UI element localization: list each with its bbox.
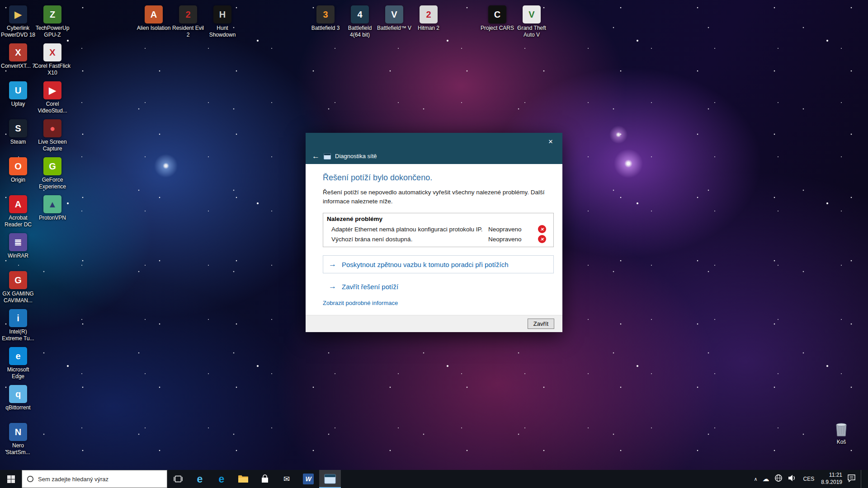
desktop-icon-resident-evil-2[interactable]: 2Resident Evil 2 (170, 5, 206, 38)
start-button[interactable] (0, 470, 22, 488)
volume-icon[interactable] (788, 474, 797, 484)
problem-status: Neopraveno (488, 226, 533, 233)
desktop-icon-qbittorrent[interactable]: qqBittorrent (0, 385, 36, 411)
taskbar-search-input[interactable]: Sem zadejte hledaný výraz (22, 470, 167, 488)
desktop-icon-gpuz[interactable]: ZTechPowerUp GPU-Z (34, 5, 71, 38)
window-icon (324, 153, 331, 160)
desktop-icon-gx-gaming[interactable]: GGX GAMING CAVIMAN... (0, 271, 36, 304)
close-troubleshooter-action[interactable]: → Zavřít řešení potíží (323, 280, 554, 293)
notification-center-icon[interactable] (847, 474, 856, 484)
problem-row: Adaptér Ethernet nemá platnou konfigurac… (323, 224, 553, 234)
desktop-icon-videostudio[interactable]: ▶Corel VideoStud... (34, 81, 71, 114)
desktop-icon-nero[interactable]: NNero StartSm... (0, 423, 36, 455)
desktop-icon-steam[interactable]: SSteam (0, 119, 36, 145)
edge-icon: e (219, 473, 225, 485)
close-troubleshooter-label: Zavřít řešení potíží (342, 283, 398, 291)
taskbar-internet-explorer[interactable]: e (189, 470, 211, 488)
error-icon: ✕ (538, 235, 546, 243)
language-indicator[interactable]: CES (802, 476, 816, 482)
arrow-icon: → (329, 282, 336, 291)
dialog-description: Řešení potíží se nepovedlo automaticky v… (323, 188, 545, 206)
clock-time: 11:21 (821, 472, 842, 479)
desktop-icon-uplay[interactable]: UUplay (0, 81, 36, 108)
taskbar-mail[interactable]: ✉ (276, 470, 297, 488)
store-icon (260, 474, 269, 484)
task-view-icon (173, 475, 183, 483)
desktop-icon-battlefield-v[interactable]: VBattlefield™ V (376, 5, 412, 32)
problem-row: Výchozí brána není dostupná. Neopraveno … (323, 234, 553, 247)
desktop-icon-fastflick[interactable]: XCorel FastFlick X10 (34, 43, 71, 76)
taskbar-file-explorer[interactable] (232, 470, 254, 488)
dialog-titlebar[interactable]: ✕ ← Diagnostika sítě (306, 133, 562, 164)
close-button[interactable]: Zavřít (528, 319, 554, 329)
desktop-icon-acrobat[interactable]: AAcrobat Reader DC (0, 195, 36, 228)
desktop-icon-protonvpn[interactable]: ▲ProtonVPN (34, 195, 71, 221)
feedback-action-label: Poskytnout zpětnou vazbu k tomuto poradc… (342, 261, 509, 268)
desktop-icon-gta-v[interactable]: VGrand Theft Auto V (514, 5, 550, 38)
taskbar: Sem zadejte hledaný výraz e e (0, 470, 868, 488)
cortana-icon (27, 475, 34, 483)
close-icon[interactable]: ✕ (542, 136, 559, 147)
problem-status: Neopraveno (488, 236, 533, 243)
desktop-icon-convertxt[interactable]: XConvertXT... 7 (0, 43, 36, 70)
dialog-heading: Řešení potíží bylo dokončeno. (323, 173, 554, 183)
desktop-icon-battlefield-3[interactable]: 3Battlefield 3 (307, 5, 344, 32)
dialog-content: Řešení potíží bylo dokončeno. Řešení pot… (306, 164, 562, 315)
clock[interactable]: 11:21 8.9.2019 (821, 472, 842, 486)
windows-logo-icon (7, 475, 15, 483)
problem-text: Adaptér Ethernet nemá platnou konfigurac… (331, 226, 488, 233)
desktop-icon-hunt-showdown[interactable]: HHunt Showdown (204, 5, 241, 38)
network-diagnostics-window: ✕ ← Diagnostika sítě Řešení potíží bylo … (306, 133, 562, 332)
tray-chevron-icon[interactable]: ∧ (754, 476, 758, 482)
network-icon[interactable] (774, 474, 783, 484)
desktop-icon-winrar[interactable]: ≣WinRAR (0, 233, 36, 259)
search-placeholder: Sem zadejte hledaný výraz (38, 476, 108, 483)
window-title: Diagnostika sítě (335, 153, 377, 160)
taskbar-store[interactable] (254, 470, 276, 488)
diagnostics-window-icon (324, 474, 336, 484)
dialog-footer: Zavřít (306, 315, 562, 332)
taskbar-edge[interactable]: e (211, 470, 232, 488)
details-link[interactable]: Zobrazit podrobné informace (323, 300, 398, 306)
task-view-button[interactable] (167, 470, 189, 488)
arrow-icon: → (329, 260, 336, 269)
desktop: ▶Cyberlink PowerDVD 18 XConvertXT... 7 U… (0, 0, 868, 488)
clock-date: 8.9.2019 (821, 479, 842, 486)
desktop-icon-hitman-2[interactable]: 2Hitman 2 (410, 5, 447, 32)
show-desktop-button[interactable] (861, 470, 863, 488)
taskbar-word[interactable]: W (297, 470, 319, 488)
desktop-icon-battlefield-4[interactable]: 4Battlefield 4(64 bit) (342, 5, 378, 38)
desktop-icon-intel[interactable]: iIntel(R) Extreme Tu... (0, 309, 36, 342)
error-icon: ✕ (538, 225, 546, 233)
recycle-bin-icon (835, 420, 848, 437)
feedback-action[interactable]: → Poskytnout zpětnou vazbu k tomuto pora… (323, 255, 554, 273)
onedrive-cloud-icon[interactable]: ☁ (763, 475, 769, 483)
desktop-icon-origin[interactable]: OOrigin (0, 157, 36, 183)
desktop-icon-recycle-bin[interactable]: Koš (823, 420, 859, 446)
problems-table: Nalezené problémy Adaptér Ethernet nemá … (323, 213, 554, 247)
desktop-icon-geforce[interactable]: GGeForce Experience (34, 157, 71, 190)
desktop-icon-powerdvd[interactable]: ▶Cyberlink PowerDVD 18 (0, 5, 36, 38)
problem-text: Výchozí brána není dostupná. (331, 236, 488, 243)
taskbar-network-diagnostics[interactable] (319, 470, 341, 488)
internet-explorer-icon: e (197, 473, 203, 485)
desktop-icon-project-cars[interactable]: CProject CARS (479, 5, 515, 32)
recycle-bin-label: Koš (823, 439, 859, 446)
problems-header: Nalezené problémy (323, 213, 553, 224)
desktop-icon-livescreen[interactable]: ●Live Screen Capture (34, 119, 71, 152)
back-icon[interactable]: ← (312, 152, 320, 160)
system-tray: ∧ ☁ CES 11:21 8.9.2019 (754, 470, 868, 488)
desktop-icon-alien-isolation[interactable]: AAlien Isolation (136, 5, 172, 32)
mail-icon: ✉ (283, 474, 290, 484)
desktop-icon-edge[interactable]: eMicrosoft Edge (0, 347, 36, 380)
word-icon: W (303, 474, 314, 484)
file-explorer-icon (238, 474, 249, 483)
